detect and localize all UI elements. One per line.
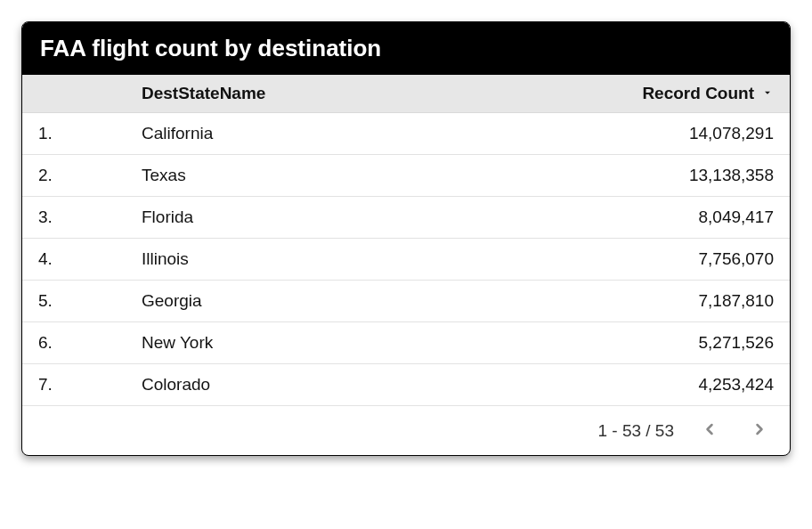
prev-page-button[interactable] xyxy=(695,415,724,446)
table-header-row: DestStateName Record Count xyxy=(22,75,790,113)
row-name: Colorado xyxy=(142,375,698,395)
row-name: Florida xyxy=(142,208,698,227)
table-footer: 1 - 53 / 53 xyxy=(22,406,790,455)
header-deststatename[interactable]: DestStateName xyxy=(142,84,642,103)
pager xyxy=(695,415,774,446)
row-index: 6. xyxy=(38,333,142,353)
row-count: 5,271,526 xyxy=(698,333,774,353)
row-index: 2. xyxy=(38,166,142,185)
table-row: 1. California 14,078,291 xyxy=(22,113,790,155)
row-count: 4,253,424 xyxy=(698,375,774,395)
row-count: 8,049,417 xyxy=(698,208,774,227)
row-name: New York xyxy=(142,333,698,353)
row-name: Georgia xyxy=(142,291,698,311)
table-row: 5. Georgia 7,187,810 xyxy=(22,281,790,322)
row-name: Texas xyxy=(142,166,689,185)
chevron-right-icon xyxy=(751,420,768,441)
data-card: FAA flight count by destination DestStat… xyxy=(21,21,791,456)
row-count: 7,187,810 xyxy=(698,291,774,311)
sort-desc-icon xyxy=(761,84,774,103)
row-name: California xyxy=(142,124,689,143)
header-record-count[interactable]: Record Count xyxy=(642,84,774,103)
row-count: 13,138,358 xyxy=(689,166,774,185)
table-row: 4. Illinois 7,756,070 xyxy=(22,239,790,281)
next-page-button[interactable] xyxy=(745,415,774,446)
header-record-count-label: Record Count xyxy=(642,84,754,103)
chevron-left-icon xyxy=(701,420,719,441)
row-count: 7,756,070 xyxy=(698,249,774,269)
row-index: 1. xyxy=(38,124,142,143)
row-name: Illinois xyxy=(142,249,698,269)
row-index: 5. xyxy=(38,291,142,311)
table-row: 3. Florida 8,049,417 xyxy=(22,197,790,239)
row-index: 3. xyxy=(38,208,142,227)
pagination-range: 1 - 53 / 53 xyxy=(597,421,674,441)
table-row: 7. Colorado 4,253,424 xyxy=(22,364,790,406)
row-index: 7. xyxy=(38,375,142,395)
table-row: 2. Texas 13,138,358 xyxy=(22,155,790,197)
row-index: 4. xyxy=(38,249,142,269)
row-count: 14,078,291 xyxy=(689,124,774,143)
card-title: FAA flight count by destination xyxy=(22,22,790,75)
table-row: 6. New York 5,271,526 xyxy=(22,322,790,364)
